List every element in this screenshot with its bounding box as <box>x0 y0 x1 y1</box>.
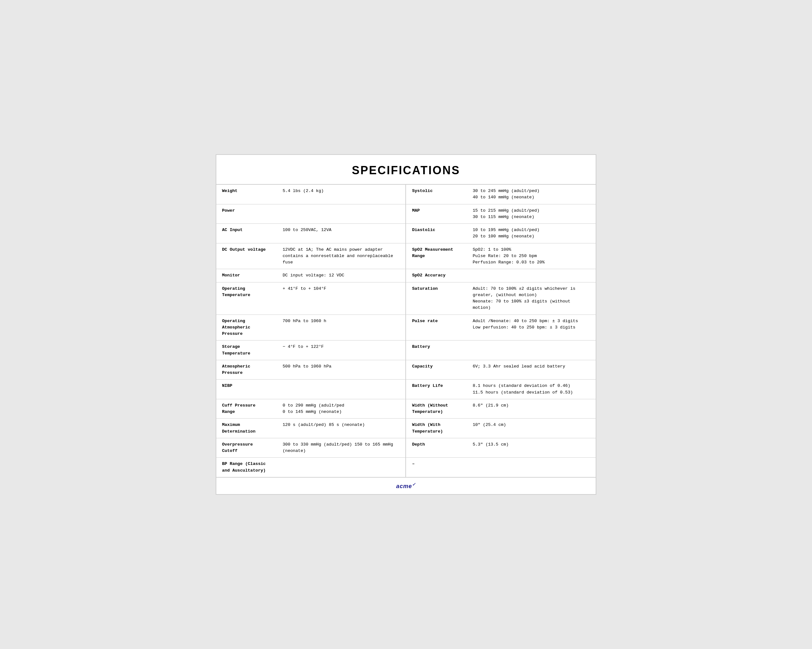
left-value: 0 to 290 mmHg (adult/ped 0 to 145 mmHg (… <box>277 399 406 419</box>
right-value <box>467 341 596 360</box>
table-row: MonitorDC input voltage: 12 VDCSpO2 Accu… <box>216 269 596 282</box>
table-row: Cuff Pressure Range0 to 290 mmHg (adult/… <box>216 399 596 419</box>
table-row: BP Range (Classic and Auscultatory)– <box>216 458 596 477</box>
left-label: BP Range (Classic and Auscultatory) <box>216 458 277 477</box>
right-label: Width (With Temperature) <box>406 419 467 438</box>
right-value: 6V; 3.3 Ahr sealed lead acid battery <box>467 360 596 380</box>
table-row: Storage Temperature− 4°F to + 122°FBatte… <box>216 341 596 360</box>
page-title: SPECIFICATIONS <box>216 155 596 185</box>
specs-table: Weight5.4 lbs (2.4 kg)Systolic30 to 245 … <box>216 185 596 477</box>
left-label: Power <box>216 204 277 224</box>
left-label: Storage Temperature <box>216 341 277 360</box>
table-row: NIBPBattery Life8.1 hours (standard devi… <box>216 380 596 399</box>
right-value: 10 to 195 mmHg (adult/ped) 20 to 100 mmH… <box>467 224 596 243</box>
right-value: SpO2: 1 to 100% Pulse Rate: 20 to 250 bp… <box>467 243 596 269</box>
table-row: Operating Temperature+ 41°F to + 104°FSa… <box>216 282 596 314</box>
right-label: Saturation <box>406 282 467 314</box>
left-label: NIBP <box>216 380 277 399</box>
left-value <box>277 380 406 399</box>
right-label: SpO2 Accuracy <box>406 269 467 282</box>
left-value: − 4°F to + 122°F <box>277 341 406 360</box>
table-row: Operating Atmospheric Pressure700 hPa to… <box>216 314 596 341</box>
footer-checkmark: ✓ <box>412 482 416 487</box>
right-value: 8.1 hours (standard deviation of 0.46) 1… <box>467 380 596 399</box>
left-label: AC Input <box>216 224 277 243</box>
left-label: Maximum Determination <box>216 419 277 438</box>
table-row: AC Input100 to 250VAC, 12VADiastolic10 t… <box>216 224 596 243</box>
left-value <box>277 458 406 477</box>
left-value: 100 to 250VAC, 12VA <box>277 224 406 243</box>
right-label: Pulse rate <box>406 314 467 341</box>
left-value: 12VDC at 1A; The AC mains power adapter … <box>277 243 406 269</box>
right-label: Systolic <box>406 185 467 204</box>
right-label: MAP <box>406 204 467 224</box>
left-label: Atmospheric Pressure <box>216 360 277 380</box>
right-value: Adult /Neonate: 40 to 250 bpm: ± 3 digit… <box>467 314 596 341</box>
left-value: + 41°F to + 104°F <box>277 282 406 314</box>
table-row: Weight5.4 lbs (2.4 kg)Systolic30 to 245 … <box>216 185 596 204</box>
table-row: Maximum Determination120 s (adult/ped) 8… <box>216 419 596 438</box>
right-value: 10" (25.4 cm) <box>467 419 596 438</box>
left-value: 5.4 lbs (2.4 kg) <box>277 185 406 204</box>
left-label: Operating Temperature <box>216 282 277 314</box>
left-label: Monitor <box>216 269 277 282</box>
page-container: SPECIFICATIONS Weight5.4 lbs (2.4 kg)Sys… <box>216 154 596 495</box>
left-value <box>277 204 406 224</box>
table-row: PowerMAP15 to 215 mmHg (adult/ped) 30 to… <box>216 204 596 224</box>
left-label: Weight <box>216 185 277 204</box>
left-value: DC input voltage: 12 VDC <box>277 269 406 282</box>
right-label: Battery <box>406 341 467 360</box>
right-value: 15 to 215 mmHg (adult/ped) 30 to 115 mmH… <box>467 204 596 224</box>
left-label: DC Output voltage <box>216 243 277 269</box>
right-value <box>467 458 596 477</box>
table-row: Overpressure Cutoff300 to 330 mmHg (adul… <box>216 438 596 458</box>
left-value: 500 hPa to 1060 hPa <box>277 360 406 380</box>
right-label: Width (Without Temperature) <box>406 399 467 419</box>
right-label: Capacity <box>406 360 467 380</box>
left-value: 700 hPa to 1060 h <box>277 314 406 341</box>
table-row: DC Output voltage12VDC at 1A; The AC mai… <box>216 243 596 269</box>
right-value: 30 to 245 mmHg (adult/ped) 40 to 140 mmH… <box>467 185 596 204</box>
right-value <box>467 269 596 282</box>
right-label: Battery Life <box>406 380 467 399</box>
right-label: Depth <box>406 438 467 458</box>
right-label: – <box>406 458 467 477</box>
right-value: Adult: 70 to 100% ±2 digits whichever is… <box>467 282 596 314</box>
left-value: 300 to 330 mmHg (adult/ped) 150 to 165 m… <box>277 438 406 458</box>
left-label: Operating Atmospheric Pressure <box>216 314 277 341</box>
right-label: Diastolic <box>406 224 467 243</box>
table-row: Atmospheric Pressure500 hPa to 1060 hPaC… <box>216 360 596 380</box>
right-value: 8.6" (21.9 cm) <box>467 399 596 419</box>
left-label: Cuff Pressure Range <box>216 399 277 419</box>
left-value: 120 s (adult/ped) 85 s (neonate) <box>277 419 406 438</box>
right-value: 5.3" (13.5 cm) <box>467 438 596 458</box>
right-label: SpO2 Measurement Range <box>406 243 467 269</box>
footer: acme✓ <box>216 477 596 494</box>
left-label: Overpressure Cutoff <box>216 438 277 458</box>
footer-brand: acme <box>396 483 412 489</box>
